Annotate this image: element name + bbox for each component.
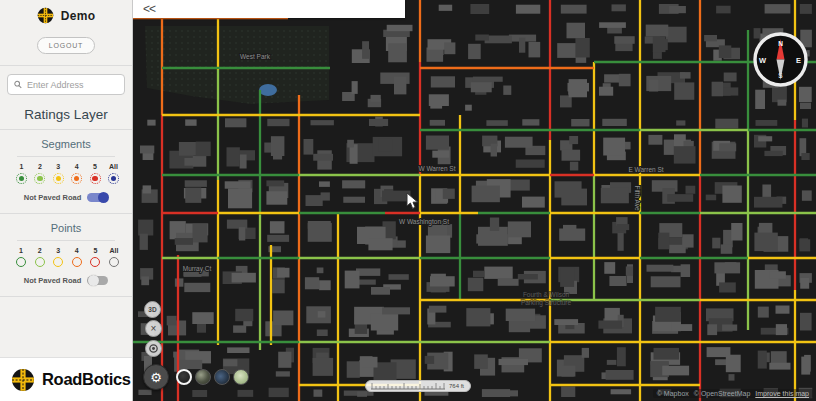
building (314, 390, 323, 397)
logout-button[interactable]: LOGOUT (37, 37, 95, 54)
building (765, 4, 791, 13)
building (175, 238, 193, 245)
rating-circle-icon[interactable] (53, 173, 64, 184)
building (147, 120, 155, 126)
building (712, 82, 723, 97)
building (468, 44, 481, 59)
view-3d-button[interactable]: 3D (144, 301, 161, 318)
rating-circle-icon[interactable] (16, 173, 27, 184)
collapse-sidebar-button[interactable]: << (143, 3, 155, 15)
segments-not-paved-label: Not Paved Road (24, 193, 82, 202)
building (501, 390, 518, 396)
building (712, 238, 720, 249)
points-not-paved-toggle[interactable] (87, 276, 108, 285)
building (490, 218, 499, 231)
building (471, 82, 492, 92)
points-rating-5[interactable]: 5 (90, 247, 100, 267)
building (680, 72, 691, 79)
rating-circle-icon[interactable] (72, 257, 82, 267)
building (516, 160, 545, 168)
rating-circle-icon[interactable] (71, 173, 82, 184)
building (343, 197, 365, 203)
compass-s-label: S (778, 72, 783, 79)
mapbox-attribution-link[interactable]: © Mapbox (657, 390, 689, 397)
osm-attribution-link[interactable]: © OpenStreetMap (694, 390, 751, 397)
building (475, 35, 489, 41)
rating-circle-icon[interactable] (90, 257, 100, 267)
building (179, 360, 202, 369)
street-label: Parking Structure (521, 299, 572, 307)
building (716, 6, 731, 14)
segments-not-paved-toggle[interactable] (87, 193, 108, 202)
rating-circle-icon[interactable] (34, 173, 45, 184)
building (658, 233, 669, 249)
building (345, 271, 360, 289)
building (498, 279, 519, 286)
segments-rating-1[interactable]: 1 (16, 163, 27, 184)
points-rating-all[interactable]: All (109, 247, 119, 267)
map-style-blue-thumbnail[interactable] (214, 369, 230, 385)
map-style-streets-thumbnail[interactable] (233, 369, 249, 385)
map-style-satellite-thumbnail[interactable] (195, 369, 211, 385)
segments-rating-5[interactable]: 5 (90, 163, 101, 184)
compass-w-label: W (759, 56, 767, 65)
building (468, 278, 484, 292)
map-settings-button[interactable]: ⚙ (143, 364, 169, 390)
rating-circle-icon[interactable] (90, 173, 101, 184)
building (799, 239, 810, 251)
points-section: Points 12345All Not Paved Road (0, 214, 132, 285)
building (724, 73, 737, 82)
street-label: Fifth Ave (634, 185, 641, 211)
address-search-input[interactable] (27, 80, 118, 90)
building (669, 6, 686, 13)
rating-circle-icon[interactable] (109, 257, 119, 267)
building (567, 23, 586, 39)
segments-title: Segments (0, 138, 132, 150)
building (143, 185, 152, 193)
map-style-dark-thumbnail[interactable] (176, 369, 192, 385)
building (676, 120, 685, 125)
rating-circle-icon[interactable] (53, 257, 63, 267)
locate-button[interactable] (145, 340, 162, 357)
points-rating-3[interactable]: 3 (53, 247, 63, 267)
building (426, 136, 449, 150)
building (347, 140, 354, 148)
rating-label: 3 (56, 247, 60, 254)
rating-label: 4 (75, 247, 79, 254)
points-rating-2[interactable]: 2 (35, 247, 45, 267)
building (347, 361, 360, 378)
building (646, 25, 669, 37)
rating-circle-icon[interactable] (35, 257, 45, 267)
app-window: Demo LOGOUT Ratings Layer Segments 12345… (0, 0, 816, 401)
building (522, 119, 539, 125)
building (522, 197, 545, 208)
points-title: Points (0, 222, 132, 234)
building (559, 229, 585, 241)
building (618, 233, 624, 251)
rating-label: 2 (38, 247, 42, 254)
points-rating-1[interactable]: 1 (16, 247, 26, 267)
divider (0, 296, 132, 297)
map-attribution: © Mapbox © OpenStreetMap Improve this ma… (653, 389, 813, 398)
building (799, 87, 812, 102)
building (561, 5, 587, 14)
address-search[interactable] (7, 74, 125, 95)
building (141, 276, 149, 285)
rating-circle-icon[interactable] (108, 173, 119, 184)
map-area: West ParkW Warren StW Washington StE War… (133, 0, 816, 401)
compass-control[interactable]: N W E S (752, 31, 809, 88)
building (614, 36, 634, 44)
segments-rating-4[interactable]: 4 (71, 163, 82, 184)
improve-map-link[interactable]: Improve this map (755, 390, 809, 397)
segments-rating-all[interactable]: All (108, 163, 119, 184)
segments-rating-3[interactable]: 3 (53, 163, 64, 184)
segments-rating-2[interactable]: 2 (34, 163, 45, 184)
map-canvas[interactable]: West ParkW Warren StW Washington StE War… (133, 0, 816, 401)
building (240, 155, 247, 169)
close-button[interactable]: × (145, 320, 162, 337)
points-rating-4[interactable]: 4 (72, 247, 82, 267)
building (430, 120, 445, 126)
rating-circle-icon[interactable] (16, 257, 26, 267)
roadbotics-logo-icon (37, 7, 54, 24)
street-label: Murray Ct (183, 265, 212, 273)
